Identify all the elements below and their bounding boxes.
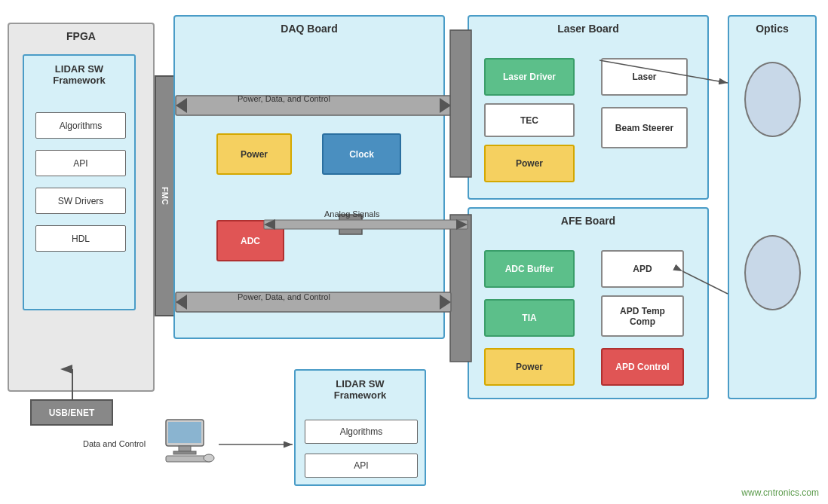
svg-rect-23 — [168, 422, 201, 443]
svg-marker-17 — [456, 219, 468, 230]
apd-box: APD — [601, 250, 684, 288]
apd-control-box: APD Control — [601, 348, 684, 386]
tia-box: TIA — [484, 299, 575, 337]
adc-box: ADC — [216, 220, 284, 261]
fpga-board: FPGA LIDAR SWFramework Algorithms API SW… — [8, 23, 155, 392]
analog-signals-label: Analog Signals — [324, 209, 379, 218]
laser-box: Laser — [601, 58, 688, 96]
algorithms-box: Algorithms — [35, 112, 126, 139]
hdl-box: HDL — [35, 225, 126, 252]
optics-label: Optics — [756, 23, 789, 35]
optics-panel: Optics — [728, 15, 817, 399]
data-and-control-label: Data and Control — [83, 439, 146, 448]
lidar-sw2-label: LIDAR SWFramework — [334, 378, 386, 401]
afe-label: AFE Board — [561, 215, 615, 227]
lidar-sw-label: LIDAR SWFramework — [53, 63, 105, 86]
power-afe-box: Power — [484, 348, 575, 386]
api2-box: API — [305, 454, 418, 478]
fpga-label: FPGA — [66, 30, 96, 42]
daq-board: DAQ Board Power Clock ADC — [173, 15, 445, 339]
laser-driver-box: Laser Driver — [484, 58, 575, 96]
power-data-control-top-label: Power, Data, and Control — [238, 94, 330, 103]
sw-drivers-box: SW Drivers — [35, 188, 126, 214]
optic-bottom — [744, 235, 801, 310]
computer-icon — [162, 418, 215, 463]
apd-temp-comp-box: APD Temp Comp — [601, 295, 684, 337]
laser-label: Laser Board — [557, 23, 619, 35]
svg-rect-25 — [173, 451, 196, 454]
power-laser-box: Power — [484, 145, 575, 182]
afe-board: AFE Board ADC Buffer APD TIA APD Temp Co… — [468, 207, 709, 399]
algorithms2-box: Algorithms — [305, 420, 418, 444]
clock-box: Clock — [322, 133, 401, 175]
adc-buffer-box: ADC Buffer — [484, 250, 575, 288]
api-box: API — [35, 150, 126, 176]
svg-point-27 — [204, 454, 214, 462]
optic-top — [744, 62, 801, 137]
lidar-sw-bottom-box: LIDAR SWFramework Algorithms API — [294, 369, 426, 486]
power-daq-box: Power — [216, 133, 292, 175]
usb-enet-box: USB/ENET — [30, 399, 113, 426]
tec-box: TEC — [484, 103, 575, 137]
laser-board: Laser Board Laser Driver TEC Power Laser… — [468, 15, 709, 200]
beam-steerer-box: Beam Steerer — [601, 107, 688, 148]
daq-label: DAQ Board — [281, 23, 337, 35]
watermark: www.cntronics.com — [741, 487, 819, 498]
fmc-connector: FMC — [155, 75, 176, 316]
lidar-sw-framework-box: LIDAR SWFramework Algorithms API SW Driv… — [23, 54, 136, 310]
power-data-control-bottom-label: Power, Data, and Control — [238, 292, 330, 301]
svg-rect-24 — [179, 446, 191, 451]
